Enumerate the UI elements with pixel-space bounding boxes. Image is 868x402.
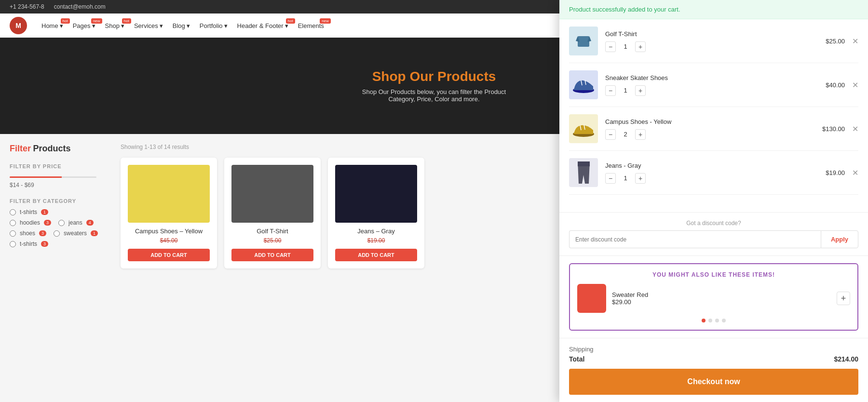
nav-items: Home hot ▾ Pages new ▾ Shop hot ▾ Servic… <box>41 22 324 29</box>
cart-item: Golf T-Shirt − 1 + $25.00 ✕ <box>569 19 858 63</box>
decrease-qty-button[interactable]: − <box>605 173 616 184</box>
product-image <box>335 165 417 223</box>
category-tshirts2[interactable]: t-shirts 3 <box>10 241 48 247</box>
discount-label: Got a discount code? <box>569 220 858 227</box>
increase-qty-button[interactable]: + <box>635 85 646 96</box>
upsell-title: YOU MIGHT ALSO LIKE THESE ITEMS! <box>577 271 850 278</box>
cart-item-image <box>569 70 598 99</box>
product-card: Campus Shoes – Yellow $45.00 ADD TO CART <box>121 158 217 268</box>
checkout-button[interactable]: Checkout now <box>569 369 858 395</box>
decrease-qty-button[interactable]: − <box>605 129 616 140</box>
category-list: t-shirts 1 hoodies 3 jeans 4 <box>10 209 101 251</box>
cart-item-name: Campus Shoes - Yellow <box>605 118 809 125</box>
apply-button[interactable]: Apply <box>821 230 858 248</box>
cart-item-price: $25.00 <box>816 38 845 45</box>
cart-item-name: Sneaker Skater Shoes <box>605 74 809 81</box>
cart-item-image <box>569 27 598 55</box>
phone-number: +1 234-567-8 <box>10 3 44 10</box>
upsell-section: YOU MIGHT ALSO LIKE THESE ITEMS! Sweater… <box>569 263 858 331</box>
cart-item: Sneaker Skater Shoes − 1 + $40.00 ✕ <box>569 63 858 107</box>
category-shoes[interactable]: shoes 3 <box>10 230 46 237</box>
discount-row: Apply <box>569 230 858 248</box>
category-hoodies[interactable]: hoodies 3 <box>10 219 51 226</box>
cart-footer: Shipping Total $214.00 Checkout now <box>559 338 868 402</box>
nav-item-services[interactable]: Services ▾ <box>134 22 163 29</box>
qty-controls: − 1 + <box>605 85 809 96</box>
add-to-cart-button[interactable]: ADD TO CART <box>231 249 313 261</box>
add-to-cart-button[interactable]: ADD TO CART <box>128 249 210 261</box>
nav-item-elements[interactable]: Elements new <box>298 22 324 29</box>
product-price: $25.00 <box>231 237 313 244</box>
filter-heading-highlight: Filter <box>10 144 31 153</box>
discount-input[interactable] <box>569 230 821 248</box>
upsell-product-price: $29.00 <box>612 298 831 306</box>
product-price: $19.00 <box>335 237 417 244</box>
nav-item-pages[interactable]: Pages new ▾ <box>73 22 95 29</box>
cart-item-info: Golf T-Shirt − 1 + <box>605 30 809 52</box>
nav-item-header-footer[interactable]: Header & Footer hot ▾ <box>237 22 288 29</box>
product-name: Jeans – Gray <box>335 228 417 235</box>
cart-item-price: $40.00 <box>816 81 845 89</box>
hero-subtitle: Shop Our Products below, you can filter … <box>362 88 506 103</box>
price-range-bar[interactable] <box>10 176 96 178</box>
top-bar-left: +1 234-567-8 contact@emoh.com <box>10 3 106 10</box>
cart-panel: Product successfully added to your cart.… <box>559 0 868 402</box>
cart-item-info: Sneaker Skater Shoes − 1 + <box>605 74 809 96</box>
upsell-dot-1 <box>702 319 705 322</box>
nav-item-shop[interactable]: Shop hot ▾ <box>105 22 124 29</box>
filter-by-category-label: FILTER BY CATEGORY <box>10 198 101 204</box>
cart-success-banner: Product successfully added to your cart. <box>559 0 868 19</box>
upsell-dot-3 <box>715 319 719 322</box>
cart-item: Jeans - Gray − 1 + $19.00 ✕ <box>569 151 858 195</box>
upsell-dot-4 <box>722 319 726 322</box>
remove-item-button[interactable]: ✕ <box>852 80 858 90</box>
decrease-qty-button[interactable]: − <box>605 41 616 52</box>
nav-item-home[interactable]: Home hot ▾ <box>41 22 63 29</box>
sidebar: Filter Products FILTER BY PRICE $14 - $6… <box>0 134 111 402</box>
product-image <box>128 165 210 223</box>
filter-by-price-label: FILTER BY PRICE <box>10 163 101 169</box>
cart-item-name: Golf T-Shirt <box>605 30 809 38</box>
site-logo[interactable]: M <box>10 17 27 34</box>
qty-controls: − 1 + <box>605 173 809 184</box>
qty-value: 1 <box>621 87 630 94</box>
product-card: Jeans – Gray $19.00 ADD TO CART <box>328 158 424 268</box>
cart-item-price: $19.00 <box>816 169 845 176</box>
cart-item: Campus Shoes - Yellow − 2 + $130.00 ✕ <box>569 107 858 151</box>
qty-controls: − 2 + <box>605 129 809 140</box>
increase-qty-button[interactable]: + <box>635 173 646 184</box>
category-tshirts[interactable]: t-shirts 1 <box>10 209 48 215</box>
upsell-product-info: Sweater Red $29.00 <box>612 291 831 306</box>
remove-item-button[interactable]: ✕ <box>852 168 858 177</box>
success-message: Product successfully added to your cart. <box>569 6 680 13</box>
shipping-label: Shipping <box>569 346 594 353</box>
product-card: Golf T-Shirt $25.00 ADD TO CART <box>224 158 321 268</box>
price-range-text: $14 - $69 <box>10 182 101 188</box>
qty-value: 1 <box>621 174 630 182</box>
nav-item-blog[interactable]: Blog ▾ <box>173 22 190 29</box>
cart-item-name: Jeans - Gray <box>605 162 809 169</box>
hero-title: Shop Our Products <box>362 69 506 84</box>
increase-qty-button[interactable]: + <box>635 129 646 140</box>
qty-value: 2 <box>621 131 630 138</box>
upsell-product-image <box>577 284 606 313</box>
email-address: contact@emoh.com <box>54 3 106 10</box>
shipping-row: Shipping <box>569 346 858 353</box>
product-name: Campus Shoes – Yellow <box>128 228 210 235</box>
remove-item-button[interactable]: ✕ <box>852 124 858 134</box>
increase-qty-button[interactable]: + <box>635 41 646 52</box>
add-to-cart-button[interactable]: ADD TO CART <box>335 249 417 261</box>
cart-item-info: Campus Shoes - Yellow − 2 + <box>605 118 809 140</box>
decrease-qty-button[interactable]: − <box>605 85 616 96</box>
nav-item-portfolio[interactable]: Portfolio ▾ <box>200 22 228 29</box>
product-image <box>231 165 313 223</box>
cart-totals: Shipping Total $214.00 <box>569 346 858 363</box>
upsell-dot-2 <box>708 319 712 322</box>
cart-item-info: Jeans - Gray − 1 + <box>605 162 809 184</box>
product-price: $45.00 <box>128 237 210 244</box>
category-jeans[interactable]: jeans 4 <box>58 219 94 226</box>
remove-item-button[interactable]: ✕ <box>852 37 858 46</box>
category-sweaters[interactable]: sweaters 1 <box>54 230 98 237</box>
upsell-add-button[interactable]: + <box>837 292 850 305</box>
total-label: Total <box>569 355 584 363</box>
